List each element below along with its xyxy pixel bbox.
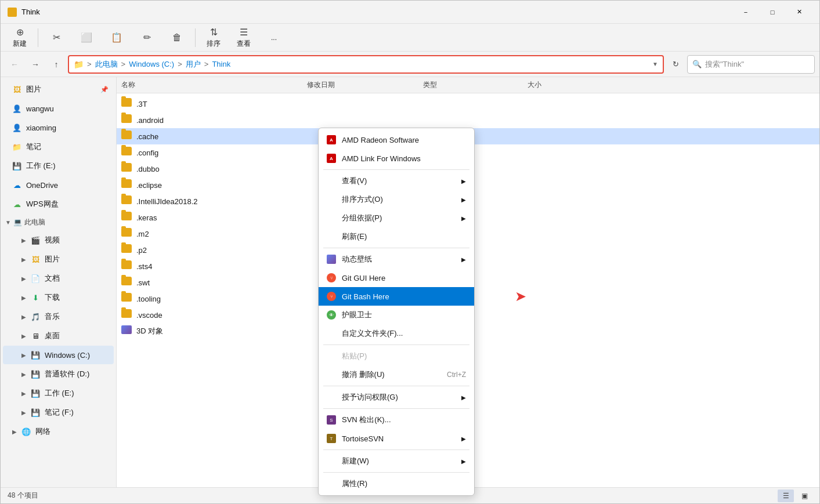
ctx-refresh[interactable]: 刷新(E): [319, 227, 474, 246]
close-button[interactable]: ✕: [786, 3, 812, 21]
folder-icon: [121, 163, 133, 175]
cut-button[interactable]: ✂: [42, 30, 71, 45]
grant-access-icon: [327, 393, 336, 402]
sidebar-item-pictures[interactable]: 🖼 图片 📌: [3, 80, 114, 99]
grid-view-button[interactable]: ▣: [796, 490, 812, 502]
toolbar: ⊕ 新建 ✂ ⬜ 📋 ✏ 🗑 ⇅ 排序 ☰ 查看 ...: [1, 24, 819, 52]
sidebar-item-notes[interactable]: 📁 笔记: [3, 137, 114, 156]
ctx-git-bash[interactable]: ⑂ Git Bash Here ➤: [319, 287, 474, 306]
copy-button[interactable]: ⬜: [72, 30, 101, 45]
sidebar-item-pics[interactable]: ▶ 🖼 图片: [3, 250, 114, 269]
ctx-sort[interactable]: 排序方式(O) ▶: [319, 190, 474, 209]
sidebar-item-e-drive[interactable]: ▶ 💾 工作 (E:): [3, 384, 114, 403]
ctx-paste: 粘贴(P): [319, 347, 474, 365]
up-button[interactable]: ↑: [47, 55, 66, 74]
sidebar-item-work-e[interactable]: 💾 工作 (E:): [3, 157, 114, 175]
sidebar-item-d-drive[interactable]: ▶ 💾 普通软件 (D:): [3, 365, 114, 383]
ctx-amd-radeon[interactable]: A AMD Radeon Software: [319, 130, 474, 149]
ctx-sep-5: [323, 408, 469, 409]
folder-icon: [121, 293, 133, 304]
ctx-tortoise-svn[interactable]: T TortoiseSVN ▶: [319, 429, 474, 448]
ctx-eye-protect[interactable]: 👁 护眼卫士: [319, 306, 474, 324]
d-drive-icon: 💾: [31, 369, 40, 379]
window-title: Think: [21, 8, 732, 16]
address-folder-icon: 📁: [74, 60, 84, 69]
window-icon: [8, 8, 17, 17]
sidebar-item-xiaoming[interactable]: 👤 xiaoming: [3, 118, 114, 137]
wallpaper-icon: [327, 255, 336, 264]
pics-icon: 🖼: [31, 255, 40, 264]
ctx-view[interactable]: 查看(V) ▶: [319, 172, 474, 190]
ctx-grant-access[interactable]: 授予访问权限(G) ▶: [319, 388, 474, 407]
pictures-icon: 🖼: [12, 85, 21, 94]
ctx-new[interactable]: 新建(W) ▶: [319, 452, 474, 470]
maximize-button[interactable]: □: [759, 3, 786, 21]
sidebar-item-video[interactable]: ▶ 🎬 视频: [3, 231, 114, 249]
file-item-android[interactable]: .android: [117, 112, 819, 128]
refresh-button[interactable]: ↻: [666, 55, 685, 74]
new-label: 新建: [13, 39, 27, 49]
col-date-header[interactable]: 修改日期: [307, 80, 423, 90]
view-button[interactable]: ☰ 查看: [229, 24, 258, 51]
windows-c-icon: 💾: [31, 350, 40, 360]
address-bar[interactable]: 📁 > 此电脑 > Windows (C:) > 用户 > Think ▼: [68, 55, 664, 74]
item-count: 48 个项目: [8, 491, 38, 501]
ctx-git-gui[interactable]: ⑂ Git GUI Here: [319, 269, 474, 287]
list-view-button[interactable]: ☰: [778, 490, 794, 502]
expand-arrow-icon: ▼: [5, 219, 11, 226]
ctx-arrow-sort: ▶: [461, 197, 466, 203]
breadcrumb-users[interactable]: 用户: [186, 59, 201, 70]
rename-button[interactable]: ✏: [132, 30, 161, 45]
window: Think − □ ✕ ⊕ 新建 ✂ ⬜ 📋 ✏ 🗑 ⇅ 排序: [0, 0, 820, 504]
sidebar-item-network[interactable]: ▶ 🌐 网络: [3, 422, 114, 441]
title-bar-buttons: − □ ✕: [732, 3, 812, 21]
forward-button[interactable]: →: [26, 55, 45, 74]
ctx-sep-4: [323, 386, 469, 386]
sidebar-item-f-drive[interactable]: ▶ 💾 笔记 (F:): [3, 403, 114, 422]
file-item-3t[interactable]: .3T: [117, 96, 819, 112]
col-type-header[interactable]: 类型: [423, 80, 528, 90]
address-bar-row: ← → ↑ 📁 > 此电脑 > Windows (C:) > 用户 > Thin…: [1, 52, 819, 77]
sidebar-item-docs[interactable]: ▶ 📄 文档: [3, 269, 114, 288]
more-button[interactable]: ...: [259, 31, 288, 44]
col-name-header[interactable]: 名称: [121, 80, 307, 90]
sidebar-item-windows-c[interactable]: ▶ 💾 Windows (C:): [3, 346, 114, 364]
sidebar-item-onedrive[interactable]: ☁ OneDrive: [3, 176, 114, 194]
ctx-wallpaper[interactable]: 动态壁纸 ▶: [319, 250, 474, 269]
new-button[interactable]: ⊕ 新建: [5, 24, 34, 51]
ctx-undo-delete[interactable]: 撤消 删除(U) Ctrl+Z: [319, 365, 474, 384]
sidebar-section-this-pc[interactable]: ▼ 💻 此电脑: [1, 214, 116, 230]
file-list-header: 名称 修改日期 类型 大小: [117, 77, 819, 93]
refresh-icon: [327, 232, 336, 241]
minimize-button[interactable]: −: [732, 3, 759, 21]
sidebar-item-wangwu[interactable]: 👤 wangwu: [3, 99, 114, 118]
ctx-arrow-new: ▶: [461, 458, 466, 465]
delete-button[interactable]: 🗑: [162, 30, 192, 45]
sidebar-item-music[interactable]: ▶ 🎵 音乐: [3, 307, 114, 326]
folder-icon: [121, 260, 133, 272]
sort-button[interactable]: ⇅ 排序: [199, 24, 228, 51]
breadcrumb-drive[interactable]: Windows (C:): [129, 60, 174, 68]
search-box[interactable]: 🔍 搜索"Think": [687, 55, 815, 74]
paste-icon: 📋: [111, 32, 122, 43]
ctx-custom-folder[interactable]: 自定义文件夹(F)...: [319, 324, 474, 343]
expand-arrow-icon: ▶: [12, 429, 17, 435]
sidebar-item-wps[interactable]: ☁ WPS网盘: [3, 195, 114, 213]
paste-button[interactable]: 📋: [102, 30, 131, 45]
sidebar-item-downloads[interactable]: ▶ ⬇ 下载: [3, 288, 114, 307]
ctx-properties[interactable]: 属性(R): [319, 474, 474, 493]
ctx-sep-2: [323, 248, 469, 248]
ctx-svn-check[interactable]: S SVN 检出(K)...: [319, 411, 474, 429]
expand-arrow-icon: ▶: [21, 371, 26, 378]
ctx-amd-link[interactable]: A AMD Link For Windows: [319, 149, 474, 168]
address-chevron-icon[interactable]: ▼: [652, 61, 658, 67]
col-size-header[interactable]: 大小: [528, 80, 597, 90]
toolbar-separator-2: [195, 28, 196, 47]
network-icon: 🌐: [21, 427, 31, 436]
back-button[interactable]: ←: [5, 55, 24, 74]
ctx-group[interactable]: 分组依据(P) ▶: [319, 209, 474, 227]
breadcrumb-pc[interactable]: 此电脑: [95, 59, 118, 70]
breadcrumb-think[interactable]: Think: [212, 60, 230, 68]
new-icon: [327, 456, 336, 466]
sidebar-item-desktop[interactable]: ▶ 🖥 桌面: [3, 327, 114, 345]
